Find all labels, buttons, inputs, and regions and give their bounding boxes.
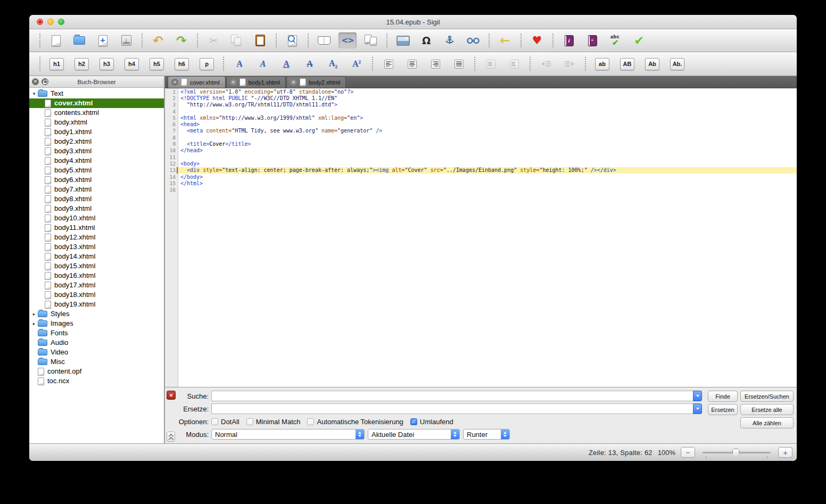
tree-item-content-opf[interactable]: content.opf (29, 367, 164, 376)
tree-item-body12-xhtml[interactable]: body12.xhtml (29, 233, 164, 242)
tree-item-body14-xhtml[interactable]: body14.xhtml (29, 252, 164, 261)
heading-1-button[interactable]: h1 (49, 58, 64, 70)
tree-item-body17-xhtml[interactable]: body17.xhtml (29, 280, 164, 290)
tab-close-icon[interactable]: ✕ (230, 79, 237, 86)
tree-item-body13-xhtml[interactable]: body13.xhtml (29, 242, 164, 252)
italic-button[interactable]: A (254, 56, 272, 72)
tree-item-body2-xhtml[interactable]: body2.xhtml (29, 137, 164, 146)
tree-item-body15-xhtml[interactable]: body15.xhtml (29, 261, 164, 271)
close-find-panel-icon[interactable]: ✕ (167, 391, 176, 400)
replace-all-button[interactable]: Ersetze alle (740, 404, 794, 415)
subscript-button[interactable]: A2 (324, 56, 342, 72)
zoom-window-button[interactable] (58, 19, 64, 25)
zoom-slider[interactable] (703, 452, 771, 453)
lowercase-button[interactable]: ab (595, 58, 609, 70)
checkbox-automatische-tokenisierung[interactable] (307, 418, 314, 425)
tab-body1-xhtml[interactable]: ✕body1.xhtml (226, 76, 286, 88)
dropdown-spinner-icon[interactable] (356, 429, 364, 439)
heading-3-button[interactable]: h3 (100, 58, 114, 70)
paste-button[interactable] (251, 32, 269, 48)
heading-4-button[interactable]: h4 (125, 58, 139, 70)
tree-item-body3-xhtml[interactable]: body3.xhtml (29, 146, 164, 156)
heading-2-button[interactable]: h2 (75, 58, 89, 70)
tree-item-fonts[interactable]: Fonts (29, 328, 164, 338)
underline-button[interactable]: A (277, 56, 295, 72)
tree-item-contents-xhtml[interactable]: contents.xhtml (29, 108, 164, 118)
tree-item-body16-xhtml[interactable]: body16.xhtml (29, 271, 164, 280)
minimize-window-button[interactable] (47, 19, 54, 25)
open-file-button[interactable] (70, 32, 88, 48)
undock-panel-icon[interactable] (42, 78, 48, 85)
insert-link-button[interactable] (464, 32, 482, 48)
direction-select[interactable]: Runter (463, 429, 510, 440)
collapse-find-panel-icon[interactable] (167, 432, 175, 442)
zoom-out-button[interactable]: − (681, 447, 695, 458)
collapse-triangle-icon[interactable]: ▾ (30, 91, 38, 96)
align-right-button[interactable] (426, 56, 444, 72)
align-justify-button[interactable] (450, 56, 468, 72)
back-button[interactable]: ← (496, 32, 514, 48)
find-replace-button[interactable] (283, 32, 301, 48)
checkbox-minimal-match[interactable] (246, 418, 253, 425)
zoom-in-button[interactable]: ＋ (778, 447, 792, 458)
tree-item-toc-ncx[interactable]: toc.ncx (29, 376, 164, 386)
search-history-dropdown-icon[interactable] (693, 391, 702, 401)
tab-close-icon[interactable]: ✕ (171, 79, 178, 86)
search-input[interactable] (211, 391, 693, 401)
code-editor[interactable]: 1<?xml version="1.0" encoding="utf-8" st… (165, 88, 797, 387)
dropdown-spinner-icon[interactable] (451, 429, 459, 439)
expand-triangle-icon[interactable]: ▸ (30, 321, 38, 326)
validate-epub-button[interactable]: ✔ (630, 32, 648, 48)
tab-close-icon[interactable]: ✕ (290, 79, 297, 86)
replace-find-button[interactable]: Ersetzen/Suchen (740, 391, 794, 402)
metadata-editor-button[interactable]: i (560, 32, 578, 48)
special-character-button[interactable]: Ω (417, 32, 435, 48)
tree-item-styles[interactable]: ▸Styles (29, 309, 164, 319)
tree-item-body4-xhtml[interactable]: body4.xhtml (29, 156, 164, 166)
bold-button[interactable]: A (230, 56, 249, 72)
title-bar[interactable]: 15.04.epub - Sigil (29, 15, 797, 29)
table-of-contents-button[interactable]: ≡ (583, 32, 601, 48)
mode-select[interactable]: Normal (211, 429, 365, 440)
heading-6-button[interactable]: h6 (175, 58, 189, 70)
align-center-button[interactable] (403, 56, 421, 72)
tree-item-audio[interactable]: Audio (29, 338, 164, 348)
paragraph-button[interactable]: p (200, 58, 214, 70)
uppercase-button[interactable]: AB (620, 58, 634, 70)
replace-button[interactable]: Ersetzen (708, 404, 738, 415)
redo-button[interactable]: ↷ (172, 32, 191, 48)
strikethrough-button[interactable]: A (301, 56, 319, 72)
dropdown-spinner-icon[interactable] (501, 429, 509, 439)
tab-body2-xhtml[interactable]: ✕body2.xhtml (286, 76, 346, 88)
replace-history-dropdown-icon[interactable] (693, 403, 702, 414)
tree-item-misc[interactable]: Misc (29, 357, 164, 367)
checkbox-dotall[interactable] (211, 418, 218, 425)
tab-cover-xhtml[interactable]: ✕cover.xhtml (168, 76, 226, 88)
code-view-button[interactable]: <> (338, 32, 357, 48)
find-button[interactable]: Finde (708, 391, 738, 402)
tree-item-text[interactable]: ▾Text (29, 89, 164, 98)
add-existing-file-button[interactable]: + (94, 32, 112, 48)
tree-item-body7-xhtml[interactable]: body7.xhtml (29, 185, 164, 194)
superscript-button[interactable]: A2 (348, 56, 366, 72)
spellcheck-button[interactable]: abc✔ (607, 32, 625, 48)
close-window-button[interactable] (37, 19, 43, 25)
tree-item-body19-xhtml[interactable]: body19.xhtml (29, 300, 164, 309)
replace-input[interactable] (211, 403, 693, 414)
expand-triangle-icon[interactable]: ▸ (30, 311, 38, 317)
tree-item-body6-xhtml[interactable]: body6.xhtml (29, 175, 164, 185)
tree-item-body10-xhtml[interactable]: body10.xhtml (29, 213, 164, 223)
tree-item-body18-xhtml[interactable]: body18.xhtml (29, 290, 164, 300)
tree-item-body9-xhtml[interactable]: body9.xhtml (29, 204, 164, 213)
sentence-case-button[interactable]: Ab. (670, 58, 684, 70)
save-button[interactable]: ↓ (117, 32, 135, 48)
zoom-slider-handle[interactable] (732, 449, 739, 457)
align-left-button[interactable] (379, 56, 398, 72)
tree-item-body11-xhtml[interactable]: body11.xhtml (29, 223, 164, 233)
tree-item-body8-xhtml[interactable]: body8.xhtml (29, 194, 164, 204)
insert-image-button[interactable] (394, 32, 412, 48)
tree-item-body-xhtml[interactable]: body.xhtml (29, 118, 164, 127)
tree-item-video[interactable]: Video (29, 348, 164, 357)
checkbox-umlaufend[interactable]: ✓ (410, 418, 417, 425)
donate-button[interactable]: ♥ (528, 32, 546, 48)
